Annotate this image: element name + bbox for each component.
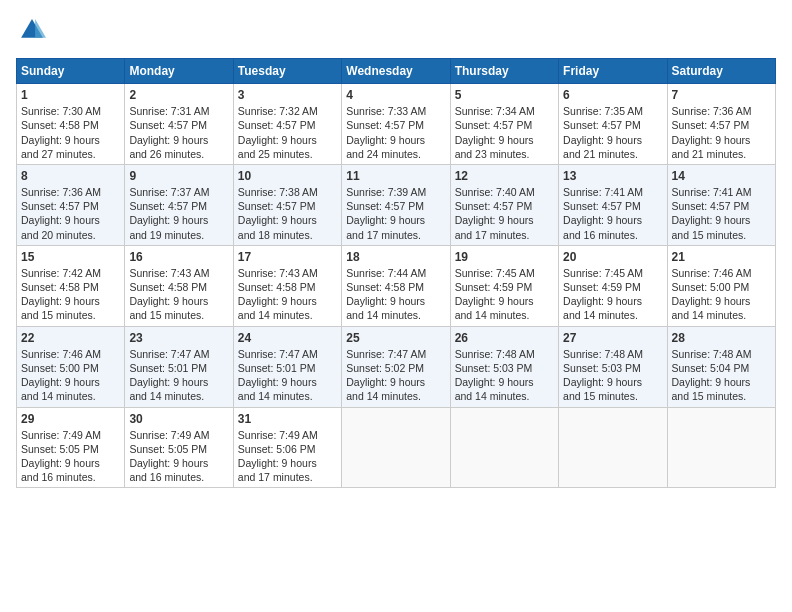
- day-info: Sunset: 4:57 PM: [346, 199, 445, 213]
- day-info: Sunset: 5:01 PM: [238, 361, 337, 375]
- day-info: Sunrise: 7:43 AM: [129, 266, 228, 280]
- day-info: and 14 minutes.: [346, 389, 445, 403]
- day-info: and 14 minutes.: [563, 308, 662, 322]
- calendar-cell: 19Sunrise: 7:45 AMSunset: 4:59 PMDayligh…: [450, 245, 558, 326]
- calendar-cell: 14Sunrise: 7:41 AMSunset: 4:57 PMDayligh…: [667, 164, 775, 245]
- day-info: and 14 minutes.: [455, 308, 554, 322]
- day-info: and 17 minutes.: [238, 470, 337, 484]
- day-info: Sunrise: 7:37 AM: [129, 185, 228, 199]
- day-number: 30: [129, 411, 228, 427]
- day-info: Sunrise: 7:49 AM: [238, 428, 337, 442]
- day-number: 1: [21, 87, 120, 103]
- day-info: Daylight: 9 hours: [129, 133, 228, 147]
- calendar-cell: 13Sunrise: 7:41 AMSunset: 4:57 PMDayligh…: [559, 164, 667, 245]
- day-info: Sunrise: 7:38 AM: [238, 185, 337, 199]
- day-info: and 14 minutes.: [455, 389, 554, 403]
- day-number: 14: [672, 168, 771, 184]
- day-info: Sunset: 4:57 PM: [238, 118, 337, 132]
- day-info: Sunrise: 7:47 AM: [346, 347, 445, 361]
- day-info: Daylight: 9 hours: [129, 375, 228, 389]
- calendar-cell: [667, 407, 775, 488]
- day-number: 12: [455, 168, 554, 184]
- day-info: Sunrise: 7:49 AM: [21, 428, 120, 442]
- day-number: 28: [672, 330, 771, 346]
- calendar-cell: [342, 407, 450, 488]
- calendar-header-sunday: Sunday: [17, 59, 125, 84]
- day-number: 20: [563, 249, 662, 265]
- logo-icon: [18, 16, 46, 44]
- day-info: Sunrise: 7:46 AM: [672, 266, 771, 280]
- logo: [16, 16, 50, 48]
- calendar-cell: 24Sunrise: 7:47 AMSunset: 5:01 PMDayligh…: [233, 326, 341, 407]
- day-info: and 16 minutes.: [21, 470, 120, 484]
- day-info: and 15 minutes.: [672, 228, 771, 242]
- day-info: Sunrise: 7:32 AM: [238, 104, 337, 118]
- calendar-cell: 22Sunrise: 7:46 AMSunset: 5:00 PMDayligh…: [17, 326, 125, 407]
- day-info: and 15 minutes.: [672, 389, 771, 403]
- day-info: and 15 minutes.: [563, 389, 662, 403]
- day-info: Daylight: 9 hours: [346, 294, 445, 308]
- day-info: Daylight: 9 hours: [21, 213, 120, 227]
- day-number: 8: [21, 168, 120, 184]
- day-info: Sunset: 4:57 PM: [672, 118, 771, 132]
- day-info: Sunrise: 7:48 AM: [563, 347, 662, 361]
- day-info: Sunrise: 7:36 AM: [672, 104, 771, 118]
- day-number: 18: [346, 249, 445, 265]
- calendar-cell: 9Sunrise: 7:37 AMSunset: 4:57 PMDaylight…: [125, 164, 233, 245]
- day-info: Daylight: 9 hours: [129, 213, 228, 227]
- day-info: Daylight: 9 hours: [238, 375, 337, 389]
- day-info: Sunset: 5:03 PM: [563, 361, 662, 375]
- day-info: Sunset: 4:58 PM: [346, 280, 445, 294]
- day-info: Sunset: 5:04 PM: [672, 361, 771, 375]
- day-info: Daylight: 9 hours: [455, 294, 554, 308]
- day-info: and 19 minutes.: [129, 228, 228, 242]
- day-info: Sunset: 4:57 PM: [346, 118, 445, 132]
- day-info: Sunset: 5:01 PM: [129, 361, 228, 375]
- day-info: Sunrise: 7:33 AM: [346, 104, 445, 118]
- day-number: 11: [346, 168, 445, 184]
- day-number: 4: [346, 87, 445, 103]
- day-info: Sunset: 4:57 PM: [672, 199, 771, 213]
- calendar-header-monday: Monday: [125, 59, 233, 84]
- day-info: and 25 minutes.: [238, 147, 337, 161]
- day-info: Sunrise: 7:41 AM: [672, 185, 771, 199]
- calendar-cell: 26Sunrise: 7:48 AMSunset: 5:03 PMDayligh…: [450, 326, 558, 407]
- day-number: 24: [238, 330, 337, 346]
- day-number: 10: [238, 168, 337, 184]
- day-info: Sunset: 5:05 PM: [129, 442, 228, 456]
- day-number: 13: [563, 168, 662, 184]
- day-info: Sunrise: 7:39 AM: [346, 185, 445, 199]
- day-number: 25: [346, 330, 445, 346]
- day-info: Sunset: 5:02 PM: [346, 361, 445, 375]
- day-info: and 21 minutes.: [563, 147, 662, 161]
- calendar-cell: 2Sunrise: 7:31 AMSunset: 4:57 PMDaylight…: [125, 84, 233, 165]
- day-info: Sunrise: 7:41 AM: [563, 185, 662, 199]
- day-info: Sunrise: 7:47 AM: [129, 347, 228, 361]
- day-number: 16: [129, 249, 228, 265]
- day-info: Sunrise: 7:49 AM: [129, 428, 228, 442]
- day-info: Daylight: 9 hours: [21, 294, 120, 308]
- day-info: Sunset: 4:57 PM: [563, 118, 662, 132]
- day-info: Daylight: 9 hours: [672, 294, 771, 308]
- day-info: Sunset: 4:57 PM: [563, 199, 662, 213]
- day-info: and 14 minutes.: [21, 389, 120, 403]
- day-info: Daylight: 9 hours: [563, 133, 662, 147]
- day-info: Sunset: 4:58 PM: [129, 280, 228, 294]
- calendar-table: SundayMondayTuesdayWednesdayThursdayFrid…: [16, 58, 776, 488]
- day-info: Daylight: 9 hours: [672, 375, 771, 389]
- day-number: 15: [21, 249, 120, 265]
- day-info: Sunrise: 7:45 AM: [563, 266, 662, 280]
- day-info: Daylight: 9 hours: [563, 375, 662, 389]
- day-number: 23: [129, 330, 228, 346]
- calendar-cell: 25Sunrise: 7:47 AMSunset: 5:02 PMDayligh…: [342, 326, 450, 407]
- day-info: Sunrise: 7:45 AM: [455, 266, 554, 280]
- day-info: Sunset: 4:57 PM: [455, 118, 554, 132]
- calendar-header-row: SundayMondayTuesdayWednesdayThursdayFrid…: [17, 59, 776, 84]
- calendar-cell: 23Sunrise: 7:47 AMSunset: 5:01 PMDayligh…: [125, 326, 233, 407]
- day-info: Sunset: 4:57 PM: [21, 199, 120, 213]
- day-info: Sunrise: 7:44 AM: [346, 266, 445, 280]
- day-info: Daylight: 9 hours: [346, 213, 445, 227]
- day-number: 26: [455, 330, 554, 346]
- calendar-header-friday: Friday: [559, 59, 667, 84]
- day-info: Daylight: 9 hours: [455, 375, 554, 389]
